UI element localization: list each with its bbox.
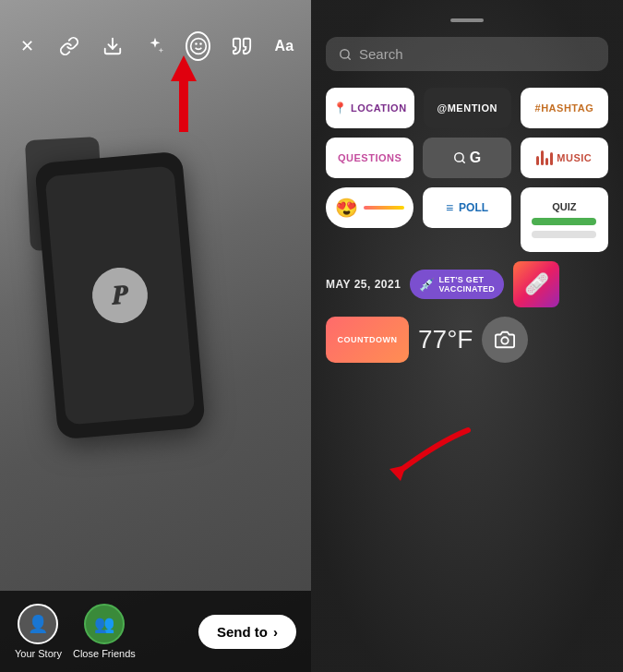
pinterest-logo: 𝑷 bbox=[90, 265, 150, 325]
send-to-label: Send to bbox=[217, 624, 268, 640]
quiz-bar-fill bbox=[532, 218, 596, 225]
sticker-row-1: 📍 LOCATION @MENTION #HASHTAG bbox=[326, 88, 608, 128]
quiz-sticker-label: QUIZ bbox=[552, 201, 576, 212]
emoji-slider-sticker[interactable]: 😍 bbox=[326, 187, 413, 228]
camera-sticker[interactable] bbox=[482, 317, 528, 363]
sticker-row-4: MAY 25, 2021 💉 LET'S GETVACCINATED 🩹 bbox=[326, 261, 608, 307]
vaccinated-sticker-label: LET'S GETVACCINATED bbox=[438, 275, 495, 294]
send-to-button[interactable]: Send to › bbox=[198, 615, 296, 649]
download-icon[interactable] bbox=[101, 31, 125, 61]
slider-track bbox=[364, 206, 404, 210]
questions-sticker-label: QUESTIONS bbox=[338, 152, 401, 163]
countdown-sticker[interactable]: COUNTDOWN bbox=[326, 317, 409, 363]
vaccinated-art-sticker[interactable]: 🩹 bbox=[513, 261, 559, 307]
your-story-item[interactable]: 👤 Your Story bbox=[15, 604, 62, 659]
svg-line-7 bbox=[461, 161, 464, 163]
your-story-label: Your Story bbox=[15, 648, 62, 659]
date-sticker[interactable]: MAY 25, 2021 bbox=[326, 278, 401, 291]
questions-sticker[interactable]: QUESTIONS bbox=[326, 138, 413, 178]
draw-icon[interactable] bbox=[229, 31, 253, 61]
bottom-bar: 👤 Your Story 👥 Close Friends Send to › bbox=[0, 591, 311, 672]
annotation-arrow-right bbox=[380, 412, 482, 489]
quiz-bar-empty bbox=[532, 231, 596, 238]
top-toolbar: ✕ bbox=[0, 0, 311, 74]
poll-sticker-label: POLL bbox=[459, 201, 488, 214]
music-bars-icon bbox=[536, 150, 553, 165]
search-small-icon bbox=[453, 151, 466, 164]
text-icon[interactable]: Aa bbox=[272, 31, 296, 61]
right-panel: Search 📍 LOCATION @MENTION #HASHTAG QUES… bbox=[311, 0, 623, 672]
mention-sticker-label: @MENTION bbox=[437, 102, 497, 114]
your-story-avatar: 👤 bbox=[18, 604, 58, 644]
sticker-row-2: QUESTIONS G MUSIC bbox=[326, 138, 608, 178]
handle-bar bbox=[450, 18, 484, 22]
countdown-sticker-label: COUNTDOWN bbox=[338, 335, 398, 344]
sticker-picker: Search 📍 LOCATION @MENTION #HASHTAG QUES… bbox=[311, 0, 623, 381]
close-friends-label: Close Friends bbox=[73, 648, 136, 659]
effects-icon[interactable] bbox=[143, 31, 167, 61]
quiz-search-sticker[interactable]: G bbox=[423, 138, 510, 178]
mention-sticker[interactable]: @MENTION bbox=[424, 88, 511, 128]
emoji-icon: 😍 bbox=[335, 197, 358, 219]
quiz-sticker[interactable]: QUIZ bbox=[521, 187, 608, 252]
close-friends-avatar: 👥 bbox=[84, 604, 125, 644]
location-sticker[interactable]: 📍 LOCATION bbox=[326, 88, 414, 128]
svg-marker-9 bbox=[389, 465, 406, 481]
chevron-icon: › bbox=[273, 624, 278, 640]
camera-icon bbox=[495, 330, 515, 350]
left-panel: 𝑷 ✕ bbox=[0, 0, 311, 672]
hashtag-sticker-label: #HASHTAG bbox=[535, 102, 594, 114]
search-icon bbox=[339, 48, 352, 61]
link-icon[interactable] bbox=[57, 31, 81, 61]
story-content: 𝑷 bbox=[28, 129, 212, 443]
search-bar[interactable]: Search bbox=[326, 37, 608, 71]
poll-sticker[interactable]: ≡ POLL bbox=[423, 187, 510, 228]
annotation-arrow-top bbox=[171, 55, 197, 132]
temperature-sticker[interactable]: 77°F bbox=[418, 325, 473, 354]
vaccinated-sticker[interactable]: 💉 LET'S GETVACCINATED bbox=[410, 270, 504, 299]
hashtag-sticker[interactable]: #HASHTAG bbox=[521, 88, 608, 128]
svg-point-8 bbox=[502, 337, 509, 343]
svg-point-1 bbox=[190, 39, 206, 54]
close-button[interactable]: ✕ bbox=[15, 31, 39, 61]
location-sticker-label: LOCATION bbox=[351, 102, 407, 114]
svg-line-5 bbox=[348, 56, 351, 59]
close-friends-item[interactable]: 👥 Close Friends bbox=[73, 604, 136, 659]
search-placeholder[interactable]: Search bbox=[359, 46, 595, 62]
sticker-row-5: COUNTDOWN 77°F bbox=[326, 317, 608, 363]
sticker-row-3: 😍 ≡ POLL QUIZ bbox=[326, 187, 608, 252]
phone-mockup: 𝑷 bbox=[34, 151, 206, 440]
phone-screen: 𝑷 bbox=[45, 165, 196, 425]
music-sticker[interactable]: MUSIC bbox=[521, 138, 608, 178]
music-sticker-label: MUSIC bbox=[557, 152, 592, 163]
